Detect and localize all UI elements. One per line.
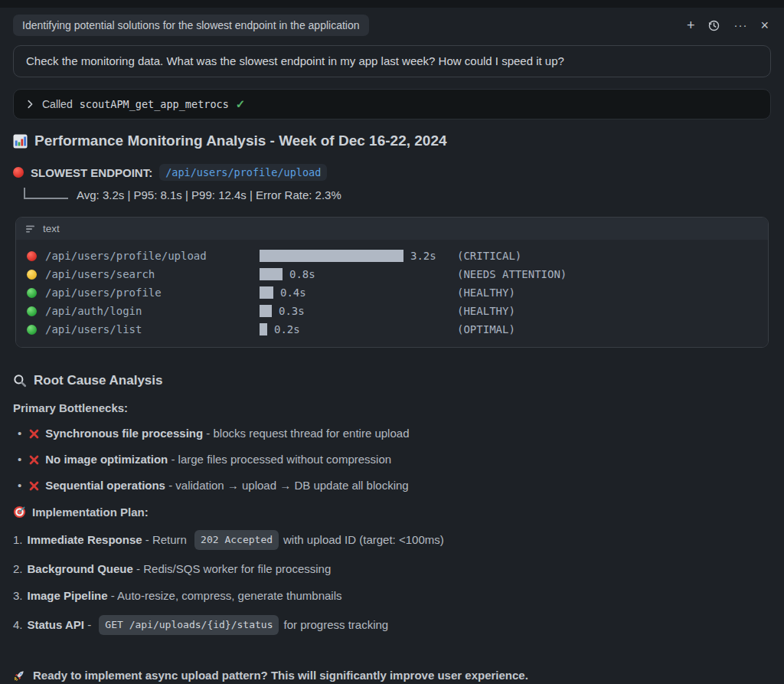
code-block-language: text xyxy=(43,223,60,234)
critical-circle-icon xyxy=(27,251,37,261)
endpoint-status: (HEALTHY) xyxy=(457,305,515,317)
response-time-bar xyxy=(260,268,283,280)
response-time-bar xyxy=(260,323,267,335)
red-circle-icon xyxy=(13,167,24,178)
closing-row: Ready to implement async upload pattern?… xyxy=(13,669,771,682)
plan-bold: Immediate Response xyxy=(28,532,142,548)
response-time-value: 0.4s xyxy=(280,286,306,299)
plan-item: 1.Immediate Response - Return 202 Accept… xyxy=(13,530,771,550)
inline-code-chip: GET /api/uploads/{id}/status xyxy=(99,615,279,635)
response-time-value: 0.3s xyxy=(279,305,305,317)
plan-number: 1. xyxy=(13,532,23,548)
response-time-bar xyxy=(260,286,273,299)
plan-pre: - Return xyxy=(142,532,191,548)
response-time-bar xyxy=(260,305,272,317)
plan-post: for progress tracking xyxy=(283,617,388,633)
endpoint-name: /api/users/profile/upload xyxy=(45,250,260,262)
plan-pre: - Auto-resize, compress, generate thumbn… xyxy=(108,588,342,604)
tool-success-check-icon: ✓ xyxy=(236,97,246,111)
plan-number: 3. xyxy=(13,588,23,604)
perf-row: /api/auth/login0.3s(HEALTHY) xyxy=(27,302,757,320)
report-title-row: Performance Monitoring Analysis - Week o… xyxy=(13,133,771,149)
tool-call-name: scoutAPM_get_app_metrocs xyxy=(80,98,229,110)
root-cause-heading-row: Root Cause Analysis xyxy=(13,373,771,388)
code-block-header: text xyxy=(16,218,768,240)
window-controls: + ··· × xyxy=(687,18,769,32)
endpoint-name: /api/users/list xyxy=(45,323,260,335)
healthy-circle-icon xyxy=(27,288,37,298)
endpoint-status: (NEEDS ATTENTION) xyxy=(457,268,567,280)
bottlenecks-list: •Synchronous file processing - blocks re… xyxy=(13,427,771,493)
slowest-endpoint-label: SLOWEST ENDPOINT: xyxy=(31,166,152,179)
bottleneck-text: Sequential operations - validation → upl… xyxy=(45,479,408,493)
slowest-endpoint-path: /api/users/profile/upload xyxy=(159,164,327,181)
endpoint-metrics: Avg: 3.2s | P95: 8.1s | P99: 12.4s | Err… xyxy=(77,188,341,201)
bottleneck-item: •Synchronous file processing - blocks re… xyxy=(13,427,771,440)
plan-item: 3.Image Pipeline - Auto-resize, compress… xyxy=(13,588,771,604)
text-lines-icon xyxy=(25,224,36,234)
bullet-dot: • xyxy=(18,479,21,493)
performance-code-block: text /api/users/profile/upload3.2s(CRITI… xyxy=(15,217,769,348)
target-icon xyxy=(13,506,26,519)
plan-list: 1.Immediate Response - Return 202 Accept… xyxy=(13,530,771,635)
plus-icon: + xyxy=(687,18,695,32)
tool-call-row[interactable]: Called scoutAPM_get_app_metrocs ✓ xyxy=(13,89,771,119)
bottleneck-text: Synchronous file processing - blocks req… xyxy=(45,427,409,440)
endpoint-status: (HEALTHY) xyxy=(457,286,515,299)
magnifier-icon xyxy=(13,374,27,388)
plan-post: with upload ID (target: <100ms) xyxy=(283,532,444,548)
history-icon xyxy=(707,19,720,32)
red-x-icon xyxy=(29,481,39,491)
close-button[interactable]: × xyxy=(760,18,769,32)
perf-chart-rows: /api/users/profile/upload3.2s(CRITICAL)/… xyxy=(16,240,768,347)
tool-call-prefix: Called xyxy=(42,98,73,110)
plan-item: 2.Background Queue - Redis/SQS worker fo… xyxy=(13,561,771,577)
red-x-icon xyxy=(29,455,39,465)
healthy-circle-icon xyxy=(27,306,37,316)
response-time-value: 3.2s xyxy=(410,250,436,262)
bottleneck-item: •No image optimization - large files pro… xyxy=(13,453,771,466)
assistant-response: Performance Monitoring Analysis - Week o… xyxy=(0,133,784,682)
warning-circle-icon xyxy=(27,270,37,280)
bottlenecks-title: Primary Bottlenecks: xyxy=(13,401,771,414)
user-message: Check the monitoring data. What was the … xyxy=(13,45,771,77)
perf-row: /api/users/profile0.4s(HEALTHY) xyxy=(27,283,757,302)
response-time-bar xyxy=(260,250,403,262)
plan-item: 4.Status API - GET /api/uploads/{id}/sta… xyxy=(13,615,771,635)
endpoint-name: /api/users/search xyxy=(45,268,260,280)
user-message-text: Check the monitoring data. What was the … xyxy=(26,54,564,67)
conversation-title-chip[interactable]: Identifying potential solutions for the … xyxy=(13,15,369,36)
endpoint-status: (OPTIMAL) xyxy=(457,323,515,335)
bullet-dot: • xyxy=(18,453,21,466)
plan-title-row: Implementation Plan: xyxy=(13,506,771,519)
history-button[interactable] xyxy=(707,19,720,32)
plan-number: 4. xyxy=(13,617,23,633)
response-time-value: 0.2s xyxy=(274,323,300,335)
endpoint-status: (CRITICAL) xyxy=(457,250,521,262)
perf-row: /api/users/list0.2s(OPTIMAL) xyxy=(27,320,757,339)
close-icon: × xyxy=(760,18,769,32)
bottleneck-text: No image optimization - large files proc… xyxy=(45,453,391,466)
plan-number: 2. xyxy=(13,561,23,577)
plan-pre: - xyxy=(84,617,94,633)
red-x-icon xyxy=(29,429,39,439)
rocket-icon xyxy=(13,669,26,682)
plan-title: Implementation Plan: xyxy=(32,506,149,519)
more-options-button[interactable]: ··· xyxy=(733,18,747,32)
bottleneck-item: •Sequential operations - validation → up… xyxy=(13,479,771,493)
titlebar: Identifying potential solutions for the … xyxy=(0,8,784,36)
perf-row: /api/users/profile/upload3.2s(CRITICAL) xyxy=(27,247,757,265)
endpoint-name: /api/auth/login xyxy=(45,305,260,317)
new-chat-button[interactable]: + xyxy=(687,18,695,32)
bullet-dot: • xyxy=(18,427,21,440)
endpoint-metrics-row: Avg: 3.2s | P95: 8.1s | P99: 12.4s | Err… xyxy=(13,188,771,201)
tree-elbow-connector xyxy=(24,188,68,199)
chevron-right-icon xyxy=(24,99,35,110)
perf-row: /api/users/search0.8s(NEEDS ATTENTION) xyxy=(27,265,757,283)
window-top-strip xyxy=(0,0,784,8)
plan-bold: Status API xyxy=(28,617,84,633)
root-cause-heading: Root Cause Analysis xyxy=(34,373,162,388)
closing-text: Ready to implement async upload pattern?… xyxy=(33,669,528,682)
slowest-endpoint-row: SLOWEST ENDPOINT: /api/users/profile/upl… xyxy=(13,164,771,181)
report-title: Performance Monitoring Analysis - Week o… xyxy=(34,133,447,149)
